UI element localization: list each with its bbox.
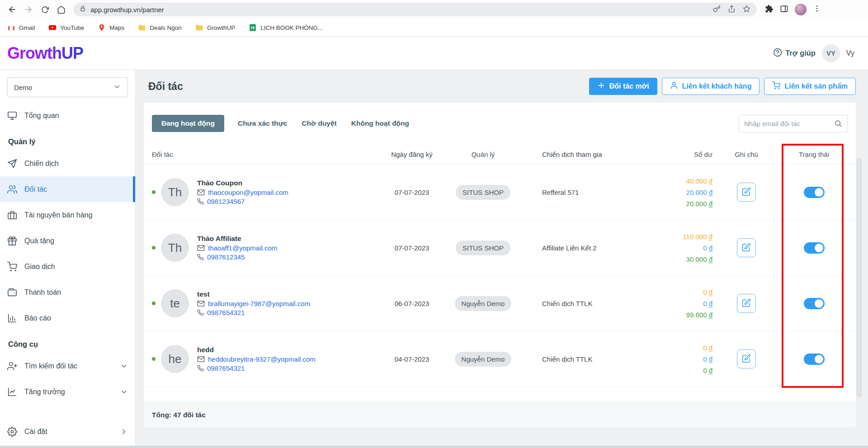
note-button[interactable] <box>737 294 756 313</box>
workspace-select[interactable]: Demo <box>7 77 128 97</box>
extensions-icon[interactable] <box>765 5 774 15</box>
home-icon[interactable] <box>54 3 68 16</box>
partner-phone[interactable]: 0987612345 <box>197 253 277 261</box>
sidebar-item-gift[interactable]: Quà tặng <box>0 228 135 254</box>
online-status-dot <box>152 190 156 194</box>
registered-date: 07-07-2023 <box>378 244 446 252</box>
sidebar-item-label: Tìm kiếm đối tác <box>24 362 77 370</box>
cart-icon <box>772 81 780 91</box>
bookmark-label: GrowthUP <box>207 24 235 31</box>
manager-badge: SITUS SHOP <box>456 241 510 255</box>
share-icon[interactable] <box>728 5 736 14</box>
password-key-icon[interactable] <box>713 5 721 14</box>
balance-cell: 110.000 đ0 đ30.000 đ <box>631 231 712 265</box>
total-count: Tổng: 47 đối tác <box>152 411 206 419</box>
sidebar-item-label: Thanh toán <box>24 288 61 297</box>
help-link[interactable]: Trợ giúp <box>773 48 816 59</box>
search-icon[interactable] <box>834 119 842 127</box>
note-button[interactable] <box>737 183 756 202</box>
registered-date: 07-07-2023 <box>378 189 446 196</box>
partner-phone[interactable]: 0987654321 <box>197 309 310 316</box>
browser-profile-avatar[interactable] <box>795 4 807 15</box>
url-text[interactable]: app.growthup.vn/partner <box>90 6 708 14</box>
partner-email[interactable]: brallumayigei-7987@yopmail.com <box>197 300 310 307</box>
gift-icon <box>7 236 17 246</box>
sidebar-item-user-plus[interactable]: Tìm kiếm đối tác <box>0 353 135 379</box>
partner-email[interactable]: thaocoupon@yopmail.com <box>197 189 288 196</box>
status-toggle[interactable] <box>804 354 825 365</box>
balance-amount: 0 đ <box>631 354 712 365</box>
status-tab[interactable]: Chờ duyệt <box>301 119 337 127</box>
search-input[interactable] <box>744 120 830 127</box>
lock-icon <box>80 5 86 14</box>
user-name[interactable]: Vy <box>846 49 854 57</box>
phone-icon <box>197 198 204 205</box>
bookmark-item[interactable]: Gmail <box>7 24 35 32</box>
table-row: te test brallumayigei-7987@yopmail.com 0… <box>144 276 856 331</box>
manager-badge: Nguyễn Demo <box>455 296 512 311</box>
table-header: Đối tácNgày đăng kýQuản lýChiến dịch tha… <box>144 144 856 165</box>
partner-email[interactable]: heddoubreyitra-9327@yopmail.com <box>197 355 316 363</box>
forward-icon[interactable] <box>22 3 35 16</box>
partner-email[interactable]: thaoaff1@yopmail.com <box>197 244 277 252</box>
main-content: Đối tác Đối tác mới Liên kết khách hàng … <box>136 70 868 448</box>
address-bar[interactable]: app.growthup.vn/partner <box>73 3 757 16</box>
partner-name: Thảo Affiliate <box>197 235 277 243</box>
status-tabs: Đang hoạt độngChưa xác thựcChờ duyệtKhôn… <box>152 115 410 132</box>
status-toggle[interactable] <box>804 298 825 309</box>
new-partner-button[interactable]: Đối tác mới <box>589 78 657 95</box>
bookmark-item[interactable]: GrowthUP <box>195 24 235 32</box>
sidebar-item-monitor[interactable]: Tổng quan <box>0 103 135 128</box>
sidebar-item-chart[interactable]: Báo cáo <box>0 305 135 331</box>
sidebar-item-label: Báo cáo <box>24 314 51 322</box>
question-circle-icon <box>773 48 782 59</box>
sidebar-item-trend[interactable]: Tăng trưởng <box>0 379 135 405</box>
status-toggle[interactable] <box>804 242 825 254</box>
sidebar-item-users[interactable]: Đối tác <box>0 176 135 202</box>
note-edit-icon <box>742 243 751 253</box>
chevron-down-icon <box>120 388 128 396</box>
bookmark-label: Gmail <box>19 24 35 31</box>
link-product-button[interactable]: Liên kết sản phẩm <box>764 78 856 95</box>
bookmark-item[interactable]: YouTube <box>48 24 84 32</box>
partner-phone[interactable]: 0987654321 <box>197 364 316 372</box>
partner-search[interactable] <box>739 115 848 132</box>
bookmark-star-icon[interactable] <box>743 5 750 14</box>
plus-icon <box>597 81 605 91</box>
bookmark-item[interactable]: Deals Ngon <box>138 24 182 32</box>
note-button[interactable] <box>737 238 756 257</box>
bookmark-item[interactable]: LỊCH BOOK PHÒNG... <box>249 24 323 32</box>
status-tab[interactable]: Đang hoạt động <box>152 115 224 132</box>
side-panel-icon[interactable] <box>780 5 788 15</box>
partner-phone[interactable]: 0981234567 <box>197 198 288 205</box>
note-edit-icon <box>742 187 751 198</box>
page-title: Đối tác <box>148 80 183 93</box>
column-header: Quản lý <box>446 151 520 158</box>
growthup-logo: GrowthUP <box>7 44 83 63</box>
campaign-name: Chiến dịch TTLK <box>520 355 631 363</box>
sidebar-item-briefcase[interactable]: Tài nguyên bán hàng <box>0 202 135 228</box>
balance-amount: 30.000 đ <box>631 254 712 265</box>
link-customer-button[interactable]: Liên kết khách hàng <box>662 78 760 95</box>
sidebar-item-send[interactable]: Chiến dịch <box>0 151 135 176</box>
users-icon <box>7 184 17 194</box>
sidebar-item-wallet[interactable]: Thanh toán <box>0 279 135 305</box>
back-icon[interactable] <box>5 3 19 16</box>
screen-bottom-edge <box>0 446 868 448</box>
status-toggle[interactable] <box>804 187 825 198</box>
balance-amount: 20.000 đ <box>631 187 712 198</box>
bookmark-item[interactable]: Maps <box>98 24 124 32</box>
partners-card: Đang hoạt độngChưa xác thựcChờ duyệtKhôn… <box>144 103 856 427</box>
status-tab[interactable]: Không hoạt động <box>350 119 410 127</box>
note-button[interactable] <box>737 349 756 368</box>
sidebar-item-label: Tài nguyên bán hàng <box>24 211 92 219</box>
balance-amount: 110.000 đ <box>631 231 712 242</box>
status-tab[interactable]: Chưa xác thực <box>237 119 288 127</box>
reload-icon[interactable] <box>38 3 52 16</box>
user-avatar[interactable]: VY <box>822 44 840 62</box>
sidebar-item-cart[interactable]: Giao dịch <box>0 254 135 279</box>
partner-avatar: Th <box>161 234 189 262</box>
sidebar-item-gear[interactable]: Cài đặt <box>0 419 135 444</box>
menu-dots-icon[interactable] <box>813 5 821 14</box>
scrollbar-thumb[interactable] <box>857 158 862 397</box>
